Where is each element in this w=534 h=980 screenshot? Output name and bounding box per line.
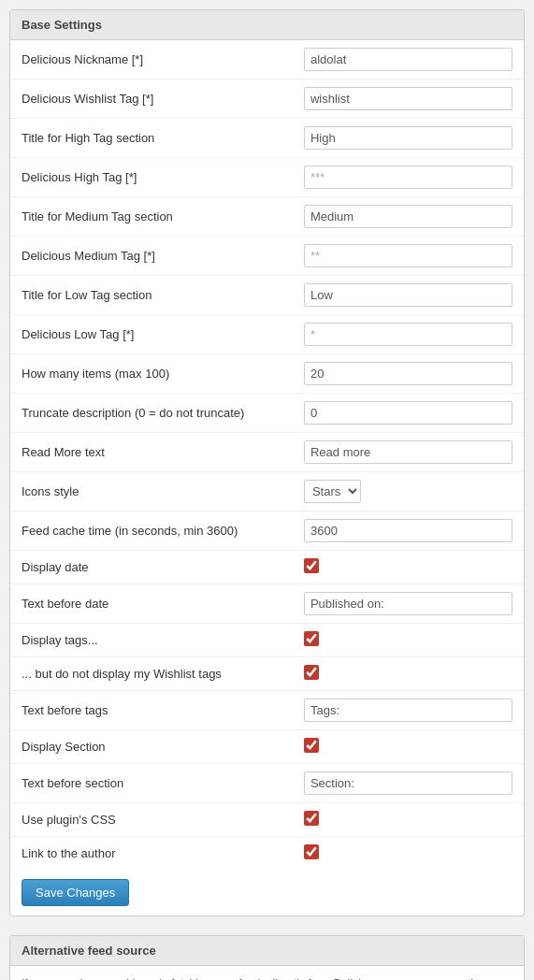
field-input-cell xyxy=(293,40,524,79)
field-label: Text before tags xyxy=(10,691,293,730)
checkbox-input[interactable] xyxy=(304,558,319,573)
save-changes-button-1[interactable]: Save Changes xyxy=(22,879,129,906)
field-input-cell xyxy=(293,584,524,624)
field-input-cell xyxy=(293,315,524,354)
base-settings-row: Delicious Wishlist Tag [*] xyxy=(10,79,524,119)
checkbox-input[interactable] xyxy=(304,665,319,680)
field-input-cell xyxy=(293,764,524,803)
checkbox-input[interactable] xyxy=(304,811,319,826)
field-label: Text before date xyxy=(10,584,293,624)
base-settings-row: Delicious Nickname [*] xyxy=(10,40,524,79)
field-input-cell xyxy=(293,433,524,472)
base-settings-row: Display Section xyxy=(10,730,524,764)
field-label: Delicious Nickname [*] xyxy=(10,40,293,79)
field-label: Icons style xyxy=(10,472,293,512)
text-input[interactable] xyxy=(304,401,512,425)
base-settings-row: Title for High Tag section xyxy=(10,119,524,158)
text-input[interactable] xyxy=(304,244,512,267)
text-input[interactable] xyxy=(304,519,512,542)
field-label: Delicious Low Tag [*] xyxy=(10,315,293,354)
text-input[interactable] xyxy=(304,126,512,150)
base-settings-row: Delicious Low Tag [*] xyxy=(10,315,524,354)
field-input-cell xyxy=(293,691,524,730)
field-label: Title for High Tag section xyxy=(10,119,293,158)
base-settings-row: Truncate description (0 = do not truncat… xyxy=(10,394,524,433)
field-label: Use plugin's CSS xyxy=(10,803,293,837)
base-settings-row: Use plugin's CSS xyxy=(10,803,524,837)
base-settings-row: Link to the author xyxy=(10,837,524,871)
field-label: Delicious High Tag [*] xyxy=(10,158,293,197)
text-input[interactable] xyxy=(304,440,512,464)
base-settings-row: Delicious Medium Tag [*] xyxy=(10,237,524,276)
field-label: Delicious Medium Tag [*] xyxy=(10,237,293,276)
base-settings-row: ... but do not display my Wishlist tags xyxy=(10,657,524,691)
text-input[interactable] xyxy=(304,48,512,71)
alt-feed-panel: Alternative feed source If you experienc… xyxy=(9,935,525,980)
text-input[interactable] xyxy=(304,323,512,346)
field-label: Title for Low Tag section xyxy=(10,276,293,315)
base-settings-panel: Base Settings Delicious Nickname [*]Deli… xyxy=(9,9,525,916)
base-settings-row: Display tags... xyxy=(10,624,524,657)
checkbox-input[interactable] xyxy=(304,631,319,646)
checkbox-input[interactable] xyxy=(304,738,319,753)
field-input-cell xyxy=(293,119,524,158)
field-label: Display date xyxy=(10,551,293,584)
field-label: Read More text xyxy=(10,433,293,472)
field-input-cell xyxy=(293,237,524,276)
base-settings-row: How many items (max 100) xyxy=(10,354,524,394)
field-input-cell xyxy=(293,803,524,837)
field-input-cell xyxy=(293,837,524,871)
field-label: Display Section xyxy=(10,730,293,764)
text-input[interactable] xyxy=(304,87,512,110)
base-settings-header: Base Settings xyxy=(10,10,524,40)
field-label: ... but do not display my Wishlist tags xyxy=(10,657,293,691)
alt-feed-description: If you experience problems in fetching y… xyxy=(10,966,524,980)
text-input[interactable] xyxy=(304,592,512,615)
alt-feed-header: Alternative feed source xyxy=(10,936,524,966)
base-settings-row: Text before section xyxy=(10,764,524,803)
base-settings-row: Read More text xyxy=(10,433,524,472)
field-label: Display tags... xyxy=(10,624,293,657)
field-label: Title for Medium Tag section xyxy=(10,197,293,237)
text-input[interactable] xyxy=(304,205,512,228)
alt-feed-title: Alternative feed source xyxy=(22,944,156,958)
text-input[interactable] xyxy=(304,771,512,795)
text-input[interactable] xyxy=(304,283,512,307)
base-settings-row: Icons styleStars xyxy=(10,472,524,512)
field-label: Feed cache time (in seconds, min 3600) xyxy=(10,512,293,551)
text-input[interactable] xyxy=(304,166,512,189)
field-input-cell xyxy=(293,197,524,237)
field-input-cell xyxy=(293,551,524,584)
field-input-cell xyxy=(293,657,524,691)
field-label: Truncate description (0 = do not truncat… xyxy=(10,394,293,433)
base-settings-row: Feed cache time (in seconds, min 3600) xyxy=(10,512,524,551)
text-input[interactable] xyxy=(304,362,512,385)
checkbox-input[interactable] xyxy=(304,844,319,859)
field-input-cell xyxy=(293,512,524,551)
field-input-cell: Stars xyxy=(293,472,524,512)
base-settings-row: Display date xyxy=(10,551,524,584)
field-input-cell xyxy=(293,354,524,394)
base-settings-row: Title for Low Tag section xyxy=(10,276,524,315)
field-label: How many items (max 100) xyxy=(10,354,293,394)
field-label: Delicious Wishlist Tag [*] xyxy=(10,79,293,119)
field-input-cell xyxy=(293,624,524,657)
field-input-cell xyxy=(293,158,524,197)
text-input[interactable] xyxy=(304,699,512,722)
base-settings-row: Delicious High Tag [*] xyxy=(10,158,524,197)
select-input[interactable]: Stars xyxy=(304,480,361,503)
base-settings-table: Delicious Nickname [*]Delicious Wishlist… xyxy=(10,40,524,870)
field-input-cell xyxy=(293,276,524,315)
base-settings-row: Title for Medium Tag section xyxy=(10,197,524,237)
base-settings-row: Text before date xyxy=(10,584,524,624)
base-settings-title: Base Settings xyxy=(22,18,102,32)
field-label: Text before section xyxy=(10,764,293,803)
field-label: Link to the author xyxy=(10,837,293,871)
field-input-cell xyxy=(293,730,524,764)
field-input-cell xyxy=(293,394,524,433)
base-settings-row: Text before tags xyxy=(10,691,524,730)
field-input-cell xyxy=(293,79,524,119)
